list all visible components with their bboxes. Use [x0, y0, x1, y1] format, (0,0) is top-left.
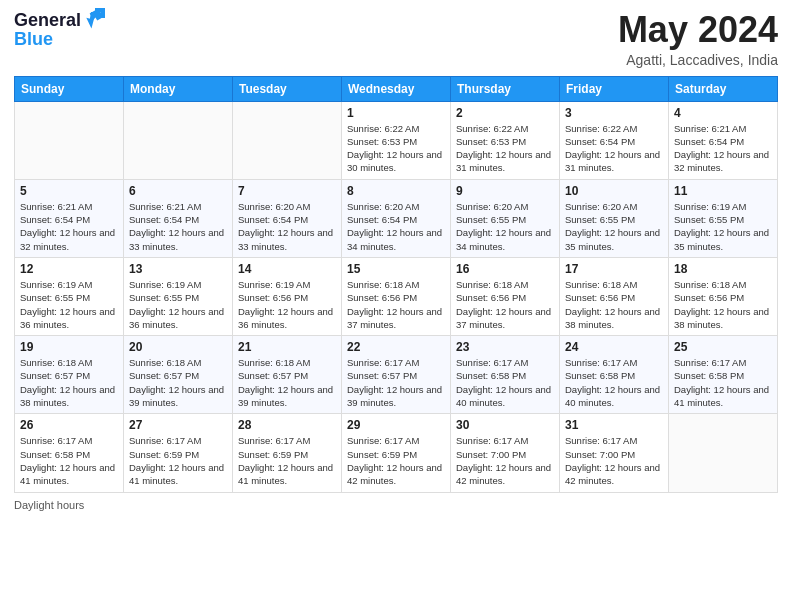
day-number: 31 — [565, 418, 663, 432]
calendar-cell: 17Sunrise: 6:18 AMSunset: 6:56 PMDayligh… — [560, 257, 669, 335]
calendar-cell: 18Sunrise: 6:18 AMSunset: 6:56 PMDayligh… — [669, 257, 778, 335]
day-number: 17 — [565, 262, 663, 276]
calendar-cell: 14Sunrise: 6:19 AMSunset: 6:56 PMDayligh… — [233, 257, 342, 335]
logo-arrow-icon — [83, 8, 105, 30]
cell-details: Sunrise: 6:17 AMSunset: 6:58 PMDaylight:… — [20, 434, 118, 487]
calendar-cell: 29Sunrise: 6:17 AMSunset: 6:59 PMDayligh… — [342, 414, 451, 492]
calendar-cell: 27Sunrise: 6:17 AMSunset: 6:59 PMDayligh… — [124, 414, 233, 492]
cell-details: Sunrise: 6:21 AMSunset: 6:54 PMDaylight:… — [674, 122, 772, 175]
calendar-cell: 31Sunrise: 6:17 AMSunset: 7:00 PMDayligh… — [560, 414, 669, 492]
day-number: 21 — [238, 340, 336, 354]
daylight-hours-label: Daylight hours — [14, 499, 84, 511]
calendar-cell: 6Sunrise: 6:21 AMSunset: 6:54 PMDaylight… — [124, 179, 233, 257]
day-number: 20 — [129, 340, 227, 354]
calendar-header-row: SundayMondayTuesdayWednesdayThursdayFrid… — [15, 76, 778, 101]
calendar-cell: 1Sunrise: 6:22 AMSunset: 6:53 PMDaylight… — [342, 101, 451, 179]
day-number: 15 — [347, 262, 445, 276]
day-number: 18 — [674, 262, 772, 276]
calendar-cell: 25Sunrise: 6:17 AMSunset: 6:58 PMDayligh… — [669, 336, 778, 414]
cell-details: Sunrise: 6:19 AMSunset: 6:55 PMDaylight:… — [20, 278, 118, 331]
cell-details: Sunrise: 6:17 AMSunset: 6:58 PMDaylight:… — [456, 356, 554, 409]
title-block: May 2024 Agatti, Laccadives, India — [618, 10, 778, 68]
cell-details: Sunrise: 6:18 AMSunset: 6:57 PMDaylight:… — [129, 356, 227, 409]
cell-details: Sunrise: 6:18 AMSunset: 6:57 PMDaylight:… — [20, 356, 118, 409]
calendar-table: SundayMondayTuesdayWednesdayThursdayFrid… — [14, 76, 778, 493]
col-header-thursday: Thursday — [451, 76, 560, 101]
calendar-cell: 3Sunrise: 6:22 AMSunset: 6:54 PMDaylight… — [560, 101, 669, 179]
calendar-cell: 12Sunrise: 6:19 AMSunset: 6:55 PMDayligh… — [15, 257, 124, 335]
day-number: 7 — [238, 184, 336, 198]
day-number: 19 — [20, 340, 118, 354]
cell-details: Sunrise: 6:18 AMSunset: 6:56 PMDaylight:… — [565, 278, 663, 331]
day-number: 8 — [347, 184, 445, 198]
day-number: 27 — [129, 418, 227, 432]
day-number: 9 — [456, 184, 554, 198]
footer-note: Daylight hours — [14, 499, 778, 511]
day-number: 12 — [20, 262, 118, 276]
col-header-wednesday: Wednesday — [342, 76, 451, 101]
cell-details: Sunrise: 6:18 AMSunset: 6:56 PMDaylight:… — [347, 278, 445, 331]
logo-text-general: General — [14, 11, 81, 29]
day-number: 24 — [565, 340, 663, 354]
day-number: 29 — [347, 418, 445, 432]
header: General Blue May 2024 Agatti, Laccadives… — [14, 10, 778, 68]
calendar-cell: 15Sunrise: 6:18 AMSunset: 6:56 PMDayligh… — [342, 257, 451, 335]
calendar-week-3: 12Sunrise: 6:19 AMSunset: 6:55 PMDayligh… — [15, 257, 778, 335]
calendar-cell: 10Sunrise: 6:20 AMSunset: 6:55 PMDayligh… — [560, 179, 669, 257]
cell-details: Sunrise: 6:21 AMSunset: 6:54 PMDaylight:… — [20, 200, 118, 253]
cell-details: Sunrise: 6:18 AMSunset: 6:57 PMDaylight:… — [238, 356, 336, 409]
calendar-cell: 2Sunrise: 6:22 AMSunset: 6:53 PMDaylight… — [451, 101, 560, 179]
calendar-cell: 13Sunrise: 6:19 AMSunset: 6:55 PMDayligh… — [124, 257, 233, 335]
cell-details: Sunrise: 6:17 AMSunset: 7:00 PMDaylight:… — [565, 434, 663, 487]
day-number: 3 — [565, 106, 663, 120]
calendar-cell — [124, 101, 233, 179]
cell-details: Sunrise: 6:17 AMSunset: 6:58 PMDaylight:… — [565, 356, 663, 409]
calendar-cell: 26Sunrise: 6:17 AMSunset: 6:58 PMDayligh… — [15, 414, 124, 492]
day-number: 5 — [20, 184, 118, 198]
col-header-friday: Friday — [560, 76, 669, 101]
calendar-cell: 8Sunrise: 6:20 AMSunset: 6:54 PMDaylight… — [342, 179, 451, 257]
calendar-week-4: 19Sunrise: 6:18 AMSunset: 6:57 PMDayligh… — [15, 336, 778, 414]
cell-details: Sunrise: 6:19 AMSunset: 6:55 PMDaylight:… — [674, 200, 772, 253]
calendar-cell: 23Sunrise: 6:17 AMSunset: 6:58 PMDayligh… — [451, 336, 560, 414]
calendar-cell: 16Sunrise: 6:18 AMSunset: 6:56 PMDayligh… — [451, 257, 560, 335]
month-title: May 2024 — [618, 10, 778, 50]
day-number: 26 — [20, 418, 118, 432]
day-number: 16 — [456, 262, 554, 276]
day-number: 25 — [674, 340, 772, 354]
calendar-week-1: 1Sunrise: 6:22 AMSunset: 6:53 PMDaylight… — [15, 101, 778, 179]
cell-details: Sunrise: 6:17 AMSunset: 6:59 PMDaylight:… — [347, 434, 445, 487]
day-number: 13 — [129, 262, 227, 276]
calendar-cell — [15, 101, 124, 179]
cell-details: Sunrise: 6:17 AMSunset: 6:57 PMDaylight:… — [347, 356, 445, 409]
day-number: 30 — [456, 418, 554, 432]
day-number: 1 — [347, 106, 445, 120]
cell-details: Sunrise: 6:20 AMSunset: 6:54 PMDaylight:… — [238, 200, 336, 253]
cell-details: Sunrise: 6:18 AMSunset: 6:56 PMDaylight:… — [674, 278, 772, 331]
day-number: 11 — [674, 184, 772, 198]
cell-details: Sunrise: 6:17 AMSunset: 6:59 PMDaylight:… — [129, 434, 227, 487]
col-header-sunday: Sunday — [15, 76, 124, 101]
col-header-tuesday: Tuesday — [233, 76, 342, 101]
cell-details: Sunrise: 6:20 AMSunset: 6:55 PMDaylight:… — [456, 200, 554, 253]
cell-details: Sunrise: 6:21 AMSunset: 6:54 PMDaylight:… — [129, 200, 227, 253]
cell-details: Sunrise: 6:20 AMSunset: 6:55 PMDaylight:… — [565, 200, 663, 253]
location: Agatti, Laccadives, India — [618, 52, 778, 68]
cell-details: Sunrise: 6:19 AMSunset: 6:55 PMDaylight:… — [129, 278, 227, 331]
calendar-cell: 19Sunrise: 6:18 AMSunset: 6:57 PMDayligh… — [15, 336, 124, 414]
calendar-cell: 7Sunrise: 6:20 AMSunset: 6:54 PMDaylight… — [233, 179, 342, 257]
logo: General Blue — [14, 10, 105, 48]
cell-details: Sunrise: 6:17 AMSunset: 6:59 PMDaylight:… — [238, 434, 336, 487]
page: General Blue May 2024 Agatti, Laccadives… — [0, 0, 792, 612]
calendar-cell: 4Sunrise: 6:21 AMSunset: 6:54 PMDaylight… — [669, 101, 778, 179]
calendar-cell: 9Sunrise: 6:20 AMSunset: 6:55 PMDaylight… — [451, 179, 560, 257]
logo-text-blue: Blue — [14, 30, 53, 48]
calendar-cell: 28Sunrise: 6:17 AMSunset: 6:59 PMDayligh… — [233, 414, 342, 492]
day-number: 2 — [456, 106, 554, 120]
day-number: 22 — [347, 340, 445, 354]
col-header-monday: Monday — [124, 76, 233, 101]
cell-details: Sunrise: 6:22 AMSunset: 6:54 PMDaylight:… — [565, 122, 663, 175]
calendar-cell: 30Sunrise: 6:17 AMSunset: 7:00 PMDayligh… — [451, 414, 560, 492]
calendar-cell — [233, 101, 342, 179]
day-number: 6 — [129, 184, 227, 198]
